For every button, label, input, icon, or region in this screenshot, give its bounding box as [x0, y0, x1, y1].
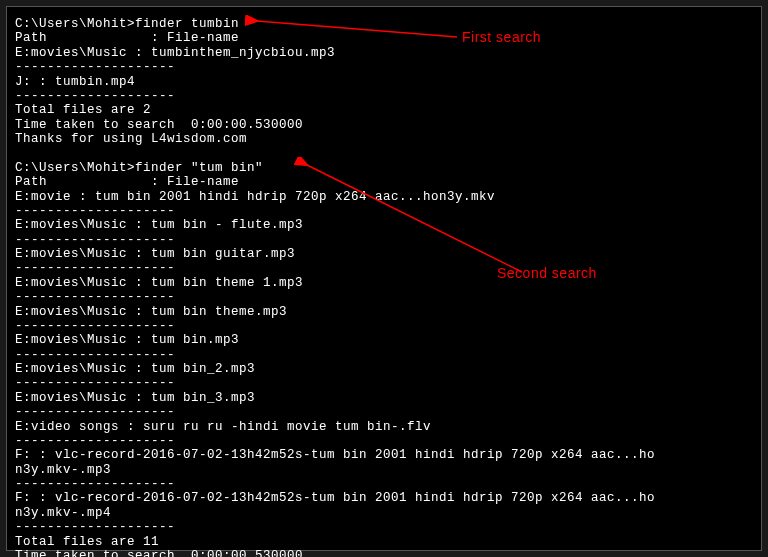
terminal-line: [15, 146, 753, 160]
terminal-line: E:movies\Music : tum bin.mp3: [15, 333, 753, 347]
terminal-line: Path : File-name: [15, 175, 753, 189]
terminal-line: Time taken to search 0:00:00.530000: [15, 549, 753, 557]
terminal-line: --------------------: [15, 520, 753, 534]
terminal-line: --------------------: [15, 204, 753, 218]
terminal-line: F: : vlc-record-2016-07-02-13h42m52s-tum…: [15, 448, 753, 462]
terminal-line: Time taken to search 0:00:00.530000: [15, 118, 753, 132]
terminal-line: Total files are 11: [15, 535, 753, 549]
terminal-line: E:movies\Music : tumbinthem_njycbiou.mp3: [15, 46, 753, 60]
terminal-line: --------------------: [15, 319, 753, 333]
terminal-line: --------------------: [15, 434, 753, 448]
terminal-line: --------------------: [15, 233, 753, 247]
terminal-line: --------------------: [15, 60, 753, 74]
terminal-line: Total files are 2: [15, 103, 753, 117]
terminal-line: J: : tumbin.mp4: [15, 75, 753, 89]
terminal-window[interactable]: C:\Users\Mohit>finder tumbinPath : File-…: [6, 6, 762, 551]
terminal-line: E:movies\Music : tum bin - flute.mp3: [15, 218, 753, 232]
terminal-line: Path : File-name: [15, 31, 753, 45]
terminal-line: E:movies\Music : tum bin_2.mp3: [15, 362, 753, 376]
terminal-line: --------------------: [15, 89, 753, 103]
terminal-line: F: : vlc-record-2016-07-02-13h42m52s-tum…: [15, 491, 753, 505]
terminal-line: n3y.mkv-.mp4: [15, 506, 753, 520]
terminal-line: E:movies\Music : tum bin_3.mp3: [15, 391, 753, 405]
terminal-output: C:\Users\Mohit>finder tumbinPath : File-…: [15, 17, 753, 557]
terminal-line: --------------------: [15, 405, 753, 419]
terminal-line: n3y.mkv-.mp3: [15, 463, 753, 477]
terminal-line: --------------------: [15, 348, 753, 362]
terminal-line: C:\Users\Mohit>finder "tum bin": [15, 161, 753, 175]
terminal-line: --------------------: [15, 477, 753, 491]
terminal-line: --------------------: [15, 290, 753, 304]
terminal-line: --------------------: [15, 261, 753, 275]
terminal-line: E:movies\Music : tum bin theme.mp3: [15, 305, 753, 319]
terminal-line: E:movie : tum bin 2001 hindi hdrip 720p …: [15, 190, 753, 204]
terminal-line: --------------------: [15, 376, 753, 390]
terminal-line: E:movies\Music : tum bin theme 1.mp3: [15, 276, 753, 290]
terminal-line: C:\Users\Mohit>finder tumbin: [15, 17, 753, 31]
terminal-line: E:movies\Music : tum bin guitar.mp3: [15, 247, 753, 261]
terminal-line: Thanks for using L4wisdom.com: [15, 132, 753, 146]
terminal-line: E:video songs : suru ru ru -hindi movie …: [15, 420, 753, 434]
